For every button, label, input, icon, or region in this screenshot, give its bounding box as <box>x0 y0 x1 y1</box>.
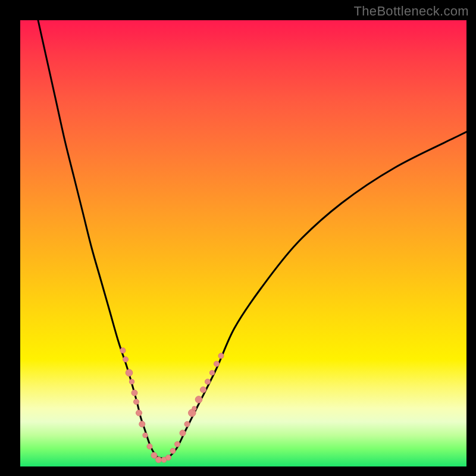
data-marker <box>192 406 196 411</box>
bottleneck-curve <box>38 20 466 458</box>
plot-area <box>20 20 466 466</box>
outer-frame: TheBottleneck.com <box>0 0 476 476</box>
data-marker <box>139 421 145 427</box>
data-marker <box>156 457 162 463</box>
data-marker <box>195 396 202 403</box>
data-marker <box>209 370 214 375</box>
data-marker <box>131 390 137 396</box>
data-marker <box>170 448 176 453</box>
data-marker <box>134 399 139 405</box>
data-marker <box>129 379 134 384</box>
data-marker <box>184 421 190 427</box>
data-marker <box>136 410 142 416</box>
data-marker <box>126 369 133 377</box>
data-marker <box>175 441 180 447</box>
watermark-text: TheBottleneck.com <box>354 4 469 19</box>
data-marker <box>147 444 152 449</box>
marker-group <box>120 348 224 463</box>
chart-svg <box>20 20 466 466</box>
data-marker <box>166 455 171 461</box>
data-marker <box>205 379 211 384</box>
data-marker <box>201 387 206 393</box>
data-marker <box>143 433 148 437</box>
data-marker <box>180 430 186 436</box>
data-marker <box>218 353 224 359</box>
data-marker <box>151 452 157 458</box>
data-marker <box>123 357 129 362</box>
data-marker <box>120 348 126 353</box>
data-marker <box>214 361 220 367</box>
